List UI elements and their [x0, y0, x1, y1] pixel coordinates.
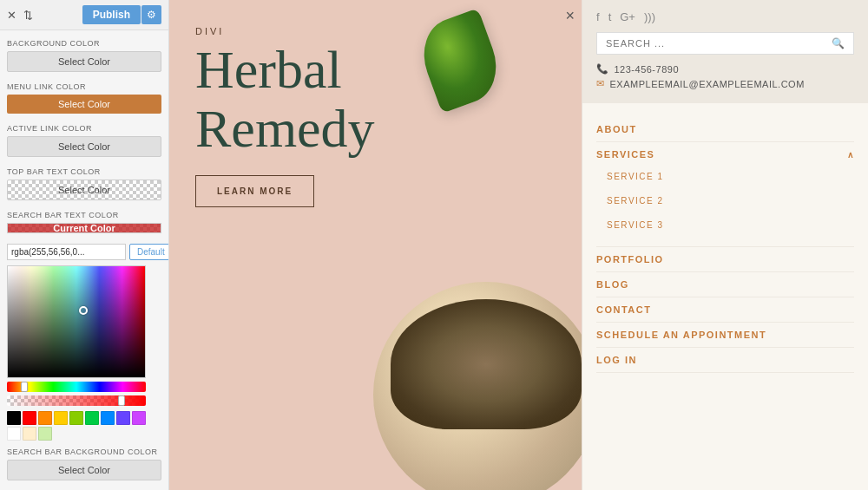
contact-info: 📞 123-456-7890 ✉ EXAMPLEEMAIL@EXAMPLEEMA… — [596, 63, 854, 89]
color-swatch[interactable] — [69, 411, 83, 425]
nav-item-services[interactable]: SERVICES∧SERVICE 1SERVICE 2SERVICE 3 — [596, 142, 854, 247]
panel-content: BACKGROUND COLOR Select Color MENU LINK … — [0, 30, 168, 490]
nav-item-about[interactable]: ABOUT — [596, 117, 854, 142]
rss-icon[interactable]: ))) — [644, 10, 655, 23]
googleplus-icon[interactable]: G+ — [620, 10, 635, 23]
nav-item-portfolio[interactable]: PORTFOLIO — [596, 247, 854, 272]
swap-icon[interactable]: ⇅ — [23, 9, 33, 22]
publish-button[interactable]: Publish — [82, 5, 141, 24]
color-swatch[interactable] — [23, 427, 36, 441]
color-picker[interactable] — [7, 265, 161, 441]
color-swatch[interactable] — [38, 427, 52, 441]
bg-color-label: BACKGROUND COLOR — [7, 39, 161, 48]
nav-menu: ABOUTSERVICES∧SERVICE 1SERVICE 2SERVICE … — [582, 103, 868, 490]
color-swatch[interactable] — [7, 411, 21, 425]
main-area: × DIVI Herbal Remedy LEARN MORE — [169, 0, 582, 490]
active-link-color-section: ACTIVE LINK COLOR Select Color — [7, 124, 161, 157]
search-bar-bg-color-section: SEARCH BAR BACKGROUND COLOR Select Color — [7, 448, 161, 480]
social-icons: f t G+ ))) — [596, 10, 854, 23]
hero-title-line2: Remedy — [195, 99, 375, 158]
active-link-color-label: ACTIVE LINK COLOR — [7, 124, 161, 133]
nav-sublink[interactable]: SERVICE 3 — [607, 220, 664, 230]
leaf-image — [425, 17, 512, 121]
color-swatch[interactable] — [116, 411, 130, 425]
gear-button[interactable]: ⚙ — [141, 5, 161, 24]
left-panel: ✕ ⇅ Publish ⚙ BACKGROUND COLOR Select Co… — [0, 0, 169, 490]
nav-item-contact[interactable]: CONTACT — [596, 297, 854, 323]
bowl-image — [321, 247, 582, 490]
nav-link[interactable]: BLOG — [596, 279, 854, 290]
nav-subitem-service-3[interactable]: SERVICE 3 — [607, 212, 854, 236]
nav-link[interactable]: SCHEDULE AN APPOINTMENT — [596, 330, 854, 340]
hue-slider[interactable] — [7, 382, 146, 392]
nav-link[interactable]: SERVICES∧ — [596, 149, 854, 160]
hero-content: DIVI Herbal Remedy LEARN MORE — [169, 0, 582, 225]
alpha-overlay — [7, 395, 146, 406]
right-top: f t G+ ))) 🔍 📞 123-456-7890 ✉ EXAMPLEEMA… — [582, 0, 868, 103]
right-panel: f t G+ ))) 🔍 📞 123-456-7890 ✉ EXAMPLEEMA… — [582, 0, 868, 490]
top-bar-text-color-label: TOP BAR TEXT COLOR — [7, 167, 161, 176]
rgba-input[interactable] — [7, 244, 126, 260]
phone-number: 123-456-7890 — [615, 64, 680, 75]
nav-item-schedule-an-appointment[interactable]: SCHEDULE AN APPOINTMENT — [596, 323, 854, 348]
search-bar[interactable]: 🔍 — [596, 32, 854, 55]
color-swatches — [7, 411, 146, 441]
search-bar-text-color-label: SEARCH BAR TEXT COLOR — [7, 211, 161, 219]
search-input[interactable] — [606, 38, 826, 49]
nav-subitem-service-2[interactable]: SERVICE 2 — [607, 187, 854, 212]
nav-link[interactable]: CONTACT — [596, 304, 854, 315]
learn-more-button[interactable]: LEARN MORE — [195, 175, 314, 207]
nav-link[interactable]: PORTFOLIO — [596, 254, 854, 265]
hero-title-line1: Herbal — [195, 40, 342, 99]
color-swatch[interactable] — [101, 411, 115, 425]
color-swatch[interactable] — [23, 411, 36, 425]
email-icon: ✉ — [596, 78, 605, 89]
color-swatch[interactable] — [132, 411, 146, 425]
rgba-row: Default — [7, 244, 161, 260]
nav-link[interactable]: LOG IN — [596, 355, 854, 365]
menu-link-color-section: MENU LINK COLOR Select Color — [7, 82, 161, 114]
top-bar-text-color-section: TOP BAR TEXT COLOR Select Color — [7, 167, 161, 200]
spectrum-cursor[interactable] — [79, 306, 88, 315]
facebook-icon[interactable]: f — [596, 10, 600, 23]
nav-sublink[interactable]: SERVICE 1 — [607, 172, 664, 181]
phone-icon: 📞 — [596, 63, 609, 75]
email-address: EXAMPLEEMAIL@EXAMPLEEMAIL.COM — [610, 79, 805, 89]
menu-link-color-button[interactable]: Select Color — [7, 95, 161, 114]
close-button[interactable]: × — [565, 7, 575, 25]
nav-sublink[interactable]: SERVICE 2 — [607, 196, 664, 206]
current-color-overlay: Current Color — [8, 224, 161, 232]
bowl-circle — [373, 282, 582, 490]
twitter-icon[interactable]: t — [608, 10, 612, 23]
top-bar: ✕ ⇅ Publish ⚙ — [0, 0, 168, 30]
hue-thumb[interactable] — [21, 382, 28, 392]
bg-color-section: BACKGROUND COLOR Select Color — [7, 39, 161, 72]
color-swatch[interactable] — [38, 411, 52, 425]
nav-item-blog[interactable]: BLOG — [596, 272, 854, 297]
nav-item-log-in[interactable]: LOG IN — [596, 348, 854, 373]
email-item: ✉ EXAMPLEEMAIL@EXAMPLEEMAIL.COM — [596, 78, 854, 89]
color-spectrum[interactable] — [7, 265, 146, 378]
default-button[interactable]: Default — [129, 244, 169, 260]
nav-subitem-service-1[interactable]: SERVICE 1 — [607, 163, 854, 187]
color-swatch[interactable] — [85, 411, 99, 425]
search-bar-bg-color-label: SEARCH BAR BACKGROUND COLOR — [7, 448, 161, 456]
search-icon: 🔍 — [832, 37, 845, 49]
phone-item: 📞 123-456-7890 — [596, 63, 854, 75]
active-link-color-button[interactable]: Select Color — [7, 136, 161, 157]
spectrum-black-overlay — [8, 266, 145, 377]
bg-color-button[interactable]: Select Color — [7, 51, 161, 72]
color-swatch[interactable] — [54, 411, 68, 425]
nav-link[interactable]: ABOUT — [596, 124, 854, 134]
color-swatch[interactable] — [7, 427, 21, 441]
current-color-button[interactable]: Current Color — [7, 223, 161, 233]
search-bar-text-color-section: SEARCH BAR TEXT COLOR Current Color — [7, 211, 161, 233]
bowl-herbs — [391, 299, 582, 429]
top-bar-icons: ✕ ⇅ — [7, 9, 33, 22]
menu-link-color-label: MENU LINK COLOR — [7, 82, 161, 91]
alpha-thumb[interactable] — [118, 395, 125, 406]
search-bar-bg-color-button[interactable]: Select Color — [7, 460, 161, 480]
close-icon[interactable]: ✕ — [7, 9, 16, 22]
alpha-slider[interactable] — [7, 395, 146, 406]
top-bar-text-color-button[interactable]: Select Color — [7, 180, 161, 200]
